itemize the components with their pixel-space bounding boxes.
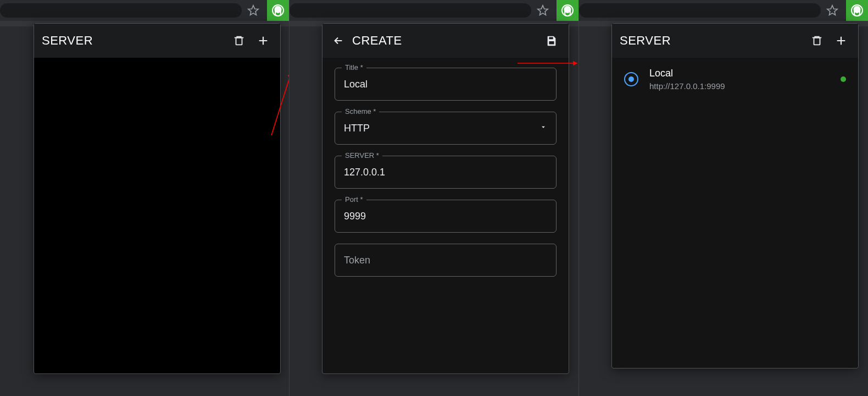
chevron-down-icon	[539, 123, 547, 133]
server-entry-url: http://127.0.0.1:9999	[649, 81, 830, 91]
popup-header: SERVER	[34, 24, 280, 58]
trash-icon	[233, 35, 245, 47]
token-field[interactable]: Token	[335, 244, 557, 277]
server-label: SERVER *	[342, 151, 382, 160]
svg-rect-6	[814, 38, 820, 45]
svg-marker-5	[827, 6, 837, 15]
server-radio[interactable]	[624, 72, 638, 86]
popup-header: SERVER	[612, 24, 858, 58]
extension-button[interactable]	[846, 0, 868, 21]
popup-header: CREATE	[322, 24, 569, 58]
popup-title: SERVER	[42, 34, 224, 48]
server-value: 127.0.0.1	[344, 167, 547, 178]
create-form: Title * Local Scheme * HTTP SERVER * 127…	[322, 58, 569, 277]
browser-toolbar	[579, 0, 868, 21]
extension-icon	[561, 4, 574, 16]
server-status-indicator	[841, 76, 846, 82]
server-popup-empty: SERVER	[34, 23, 281, 374]
server-popup-list: SERVER Local http://127.0.0.1:9999	[611, 23, 859, 369]
scheme-label: Scheme *	[342, 107, 379, 116]
title-value: Local	[344, 79, 547, 90]
url-bar[interactable]	[290, 3, 531, 18]
pane-3: SERVER Local http://127.0.0.1:9999	[578, 0, 868, 396]
popup-title: SERVER	[620, 34, 802, 48]
extension-button[interactable]	[557, 0, 578, 21]
title-field[interactable]: Title * Local	[335, 68, 557, 101]
scheme-field[interactable]: Scheme * HTTP	[335, 112, 557, 145]
bookmark-star-icon[interactable]	[247, 4, 259, 16]
port-label: Port *	[342, 195, 366, 204]
server-list-item[interactable]: Local http://127.0.0.1:9999	[612, 58, 858, 101]
server-entry-text: Local http://127.0.0.1:9999	[649, 68, 830, 91]
arrow-left-icon	[332, 35, 344, 47]
extension-icon	[851, 4, 863, 16]
svg-line-2	[271, 73, 291, 135]
add-button[interactable]	[254, 31, 272, 50]
pane-1: SERVER	[0, 0, 289, 396]
bookmark-star-icon[interactable]	[826, 4, 838, 16]
create-popup: CREATE Title * Local Scheme * HTTP	[322, 23, 569, 374]
extension-button[interactable]	[267, 0, 289, 21]
save-icon	[546, 35, 558, 47]
add-button[interactable]	[832, 31, 850, 50]
pane-2: CREATE Title * Local Scheme * HTTP	[289, 0, 578, 396]
extension-icon	[272, 4, 284, 16]
delete-button[interactable]	[808, 31, 826, 50]
delete-button[interactable]	[230, 31, 248, 50]
svg-rect-1	[236, 38, 242, 45]
trash-icon	[811, 35, 823, 47]
back-button[interactable]	[330, 32, 347, 49]
token-placeholder: Token	[344, 255, 370, 266]
browser-toolbar	[0, 0, 289, 21]
plus-icon	[835, 35, 847, 47]
scheme-value: HTTP	[344, 123, 539, 134]
svg-marker-0	[248, 6, 258, 15]
bookmark-star-icon[interactable]	[537, 4, 549, 16]
browser-toolbar	[290, 0, 578, 21]
save-button[interactable]	[542, 31, 561, 50]
popup-title: CREATE	[352, 34, 537, 48]
plus-icon	[257, 35, 269, 47]
port-value: 9999	[344, 211, 547, 222]
port-field[interactable]: Port * 9999	[335, 200, 557, 233]
server-field[interactable]: SERVER * 127.0.0.1	[335, 156, 557, 189]
server-entry-title: Local	[649, 68, 830, 79]
svg-marker-3	[538, 6, 548, 15]
radio-selected-icon	[628, 76, 634, 82]
url-bar[interactable]	[579, 3, 821, 18]
url-bar[interactable]	[0, 3, 242, 18]
title-label: Title *	[342, 63, 366, 72]
